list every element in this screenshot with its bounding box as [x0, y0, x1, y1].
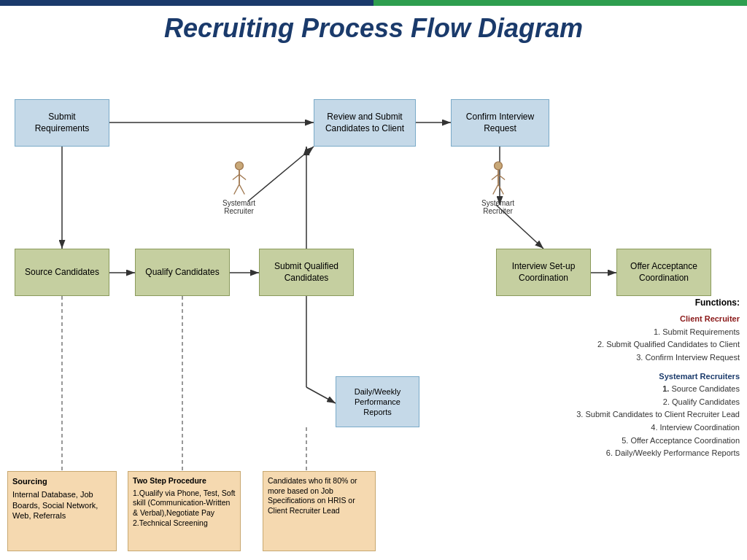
box-offer-acceptance: Offer AcceptanceCoordination	[616, 249, 711, 296]
box-submit-requirements: Submit Requirements	[15, 99, 109, 147]
client-recruiter-items: 1. Submit Requirements 2. Submit Qualifi…	[514, 326, 740, 365]
box-qualify-candidates: Qualify Candidates	[135, 249, 230, 296]
svg-line-25	[491, 174, 498, 179]
svg-point-17	[235, 162, 243, 170]
diagram-area: Submit Requirements Review and SubmitCan…	[0, 48, 747, 560]
box-review-submit: Review and SubmitCandidates to Client	[314, 99, 416, 147]
svg-line-28	[498, 184, 503, 195]
box-interview-setup: Interview Set-upCoordination	[496, 249, 591, 296]
person-recruiter-2: SystemartRecruiter	[481, 161, 514, 215]
person-recruiter-1: SystemartRecruiter	[222, 161, 255, 215]
box-daily-weekly: Daily/WeeklyPerformanceReports	[336, 376, 419, 427]
box-sourcing: Sourcing Internal Database, Job Boards, …	[7, 471, 117, 551]
box-candidates-80: Candidates who fit 80% or more based on …	[263, 471, 376, 551]
svg-point-23	[494, 162, 502, 170]
systemart-recruiters-section: Systemart Recruiters 1. Source Candidate…	[514, 370, 740, 460]
svg-line-19	[232, 174, 239, 179]
functions-title: Functions:	[514, 296, 740, 310]
systemart-recruiters-items: 1. Source Candidates 2. Qualify Candidat…	[514, 383, 740, 460]
box-confirm-interview: Confirm InterviewRequest	[451, 99, 549, 147]
svg-line-12	[306, 387, 336, 403]
client-recruiter-header: Client Recruiter	[514, 313, 740, 326]
svg-line-20	[239, 174, 246, 179]
top-bar	[0, 0, 747, 6]
box-two-step: Two Step Procedure 1.Qualify via Phone, …	[128, 471, 241, 551]
svg-line-22	[239, 184, 244, 195]
svg-line-27	[492, 184, 498, 195]
systemart-recruiters-header: Systemart Recruiters	[514, 370, 740, 384]
box-source-candidates: Source Candidates	[15, 249, 109, 296]
box-submit-qualified: Submit QualifiedCandidates	[259, 249, 354, 296]
client-recruiter-section: Client Recruiter 1. Submit Requirements …	[514, 313, 740, 364]
page-title: Recruiting Process Flow Diagram	[0, 6, 747, 48]
svg-line-26	[498, 174, 505, 179]
svg-line-21	[233, 184, 239, 195]
svg-line-6	[248, 147, 314, 201]
functions-panel: Functions: Client Recruiter 1. Submit Re…	[514, 296, 740, 466]
